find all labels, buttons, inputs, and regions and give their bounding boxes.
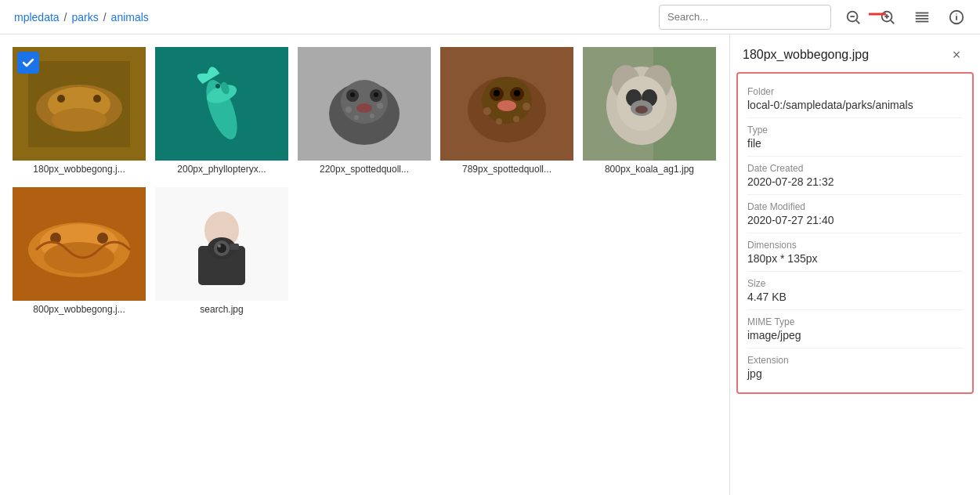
thumb-item-spottedquoll1[interactable]: 220px_spottedquoll...: [298, 47, 431, 175]
info-value-size: 4.47 KB: [747, 291, 963, 303]
info-value-extension: jpg: [747, 367, 963, 380]
info-label-extension: Extension: [747, 355, 963, 366]
detail-panel: 180px_wobbegong.jpg × Folder local-0:/sa…: [729, 34, 980, 495]
svg-point-35: [345, 107, 352, 113]
thumb-image-phyllopteryx: [155, 47, 288, 161]
gallery-row-1: 180px_wobbegong.j...: [13, 47, 717, 175]
svg-point-19: [57, 95, 65, 103]
info-label-type: Type: [747, 125, 963, 135]
detail-info: Folder local-0:/sampledata/parks/animals…: [736, 72, 974, 394]
thumb-wrapper-koala: [583, 47, 716, 161]
svg-point-48: [523, 103, 530, 110]
info-button[interactable]: [942, 3, 971, 31]
info-label-dimensions: Dimensions: [747, 240, 963, 251]
thumb-label-spottedquoll1: 220px_spottedquoll...: [320, 164, 409, 175]
thumb-wrapper-spottedquoll2: [440, 47, 573, 161]
thumb-label-search: search.jpg: [200, 304, 243, 315]
svg-point-46: [497, 100, 516, 111]
info-row-date-created: Date Created 2020-07-28 21:32: [747, 157, 963, 195]
info-value-dimensions: 180px * 135px: [747, 252, 963, 265]
thumb-label-phyllopteryx: 200px_phyllopteryx...: [177, 164, 266, 175]
svg-point-44: [494, 90, 500, 96]
thumb-item-koala[interactable]: 800px_koala_ag1.jpg: [583, 47, 716, 175]
svg-point-38: [370, 114, 374, 118]
svg-rect-76: [230, 244, 239, 250]
svg-line-6: [891, 20, 894, 23]
info-value-folder: local-0:/sampledata/parks/animals: [747, 99, 963, 111]
info-label-date-modified: Date Modified: [747, 201, 963, 212]
thumb-wrapper-search: [155, 187, 288, 301]
info-row-date-modified: Date Modified 2020-07-27 21:40: [747, 195, 963, 233]
svg-point-75: [218, 244, 221, 248]
thumb-image-koala: [583, 47, 716, 161]
svg-point-20: [93, 95, 101, 103]
info-value-mime: image/jpeg: [747, 329, 963, 341]
svg-point-62: [635, 106, 648, 114]
info-label-size: Size: [747, 278, 963, 289]
breadcrumb-animals[interactable]: animals: [107, 11, 154, 23]
thumb-image-spottedquoll2: [440, 47, 573, 161]
info-label-mime: MIME Type: [747, 316, 963, 327]
info-label-date-created: Date Created: [747, 163, 963, 174]
info-label-folder: Folder: [747, 86, 963, 97]
thumb-label-wobbegong: 180px_wobbegong.j...: [33, 164, 125, 175]
thumb-wrapper-wobbegong2: [13, 187, 146, 301]
svg-point-32: [350, 92, 355, 97]
info-value-date-created: 2020-07-28 21:32: [747, 175, 963, 188]
close-button[interactable]: ×: [946, 44, 967, 66]
detail-header: 180px_wobbegong.jpg ×: [730, 34, 980, 72]
thumb-wrapper-phyllopteryx: [155, 47, 288, 161]
svg-point-47: [483, 107, 491, 115]
breadcrumb-parks[interactable]: parks: [67, 11, 103, 23]
gallery: 180px_wobbegong.j...: [0, 34, 729, 495]
info-row-extension: Extension jpg: [747, 349, 963, 386]
svg-point-15: [956, 13, 956, 14]
info-row-mime: MIME Type image/jpeg: [747, 310, 963, 349]
thumb-image-spottedquoll1: [298, 47, 431, 161]
thumb-item-wobbegong[interactable]: 180px_wobbegong.j...: [13, 47, 146, 175]
info-row-dimensions: Dimensions 180px * 135px: [747, 233, 963, 272]
thumb-item-wobbegong2[interactable]: 800px_wobbegong.j...: [13, 187, 146, 315]
svg-point-36: [377, 103, 383, 109]
svg-point-49: [496, 118, 502, 125]
info-value-date-modified: 2020-07-27 21:40: [747, 214, 963, 226]
thumb-label-koala: 800px_koala_ag1.jpg: [605, 164, 694, 175]
svg-point-45: [514, 90, 520, 96]
svg-point-67: [97, 233, 108, 244]
detail-title: 180px_wobbegong.jpg: [743, 48, 869, 62]
thumb-label-spottedquoll2: 789px_spottedquoll...: [462, 164, 551, 175]
thumb-wrapper-spottedquoll1: [298, 47, 431, 161]
header: mpledata / parks / animals: [0, 0, 980, 34]
list-view-button[interactable]: [908, 3, 936, 31]
svg-point-34: [356, 103, 372, 113]
svg-point-29: [341, 80, 388, 124]
svg-point-37: [354, 115, 359, 120]
svg-point-50: [513, 116, 519, 122]
thumb-wrapper-wobbegong: [13, 47, 146, 161]
thumb-image-wobbegong2: [13, 187, 146, 301]
svg-point-26: [215, 84, 220, 89]
search-box[interactable]: [659, 5, 831, 30]
thumb-label-wobbegong2: 800px_wobbegong.j...: [33, 304, 125, 315]
info-row-folder: Folder local-0:/sampledata/parks/animals: [747, 80, 963, 118]
thumb-item-spottedquoll2[interactable]: 789px_spottedquoll...: [440, 47, 573, 175]
thumb-checkbox-wobbegong[interactable]: [17, 52, 39, 74]
info-value-type: file: [747, 137, 963, 150]
info-row-size: Size 4.47 KB: [747, 272, 963, 310]
breadcrumb-sampledata[interactable]: mpledata: [9, 11, 64, 23]
gallery-row-2: 800px_wobbegong.j...: [13, 187, 717, 315]
thumb-image-search: [155, 187, 288, 301]
thumb-image-wobbegong: [28, 61, 130, 147]
main-content: 180px_wobbegong.j...: [0, 34, 980, 495]
svg-point-33: [374, 92, 378, 97]
thumb-item-phyllopteryx[interactable]: 200px_phyllopteryx...: [155, 47, 288, 175]
header-icons: [839, 3, 971, 31]
svg-line-2: [856, 20, 859, 23]
thumb-item-search[interactable]: search.jpg: [155, 187, 288, 315]
zoom-in-button[interactable]: [873, 3, 902, 31]
zoom-out-button[interactable]: [839, 3, 867, 31]
info-row-type: Type file: [747, 118, 963, 157]
search-input[interactable]: [667, 11, 823, 23]
svg-point-21: [52, 108, 107, 132]
